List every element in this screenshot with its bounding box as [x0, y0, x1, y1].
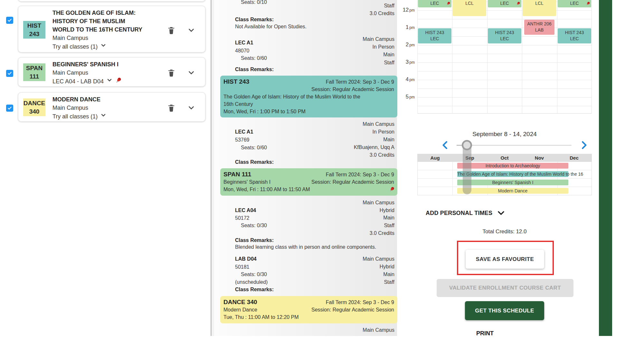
course-title-line: The Golden Age of Islam: History of the …	[223, 93, 394, 100]
campus-value: Main Campus	[363, 327, 394, 333]
time-label: 2pm	[399, 42, 415, 48]
course-list-scrollbar[interactable]	[210, 0, 212, 336]
section-name: LEC A04	[235, 207, 256, 214]
credits-value: 3.0 Credits	[370, 10, 394, 17]
course-code: HIST 243	[223, 78, 249, 85]
room-value: Main	[383, 271, 394, 278]
mode-value: Hybrid	[380, 207, 394, 214]
event-hist243-lec[interactable]: HIST 243LEC	[418, 28, 451, 43]
room-value: Main	[383, 136, 394, 143]
pinned-icon	[446, 1, 450, 7]
campus-value: Main Campus	[363, 121, 394, 127]
save-as-favourite-button[interactable]: SAVE AS FAVOURITE	[466, 250, 544, 269]
seats-value: Seats: 0/60	[241, 144, 267, 151]
course-card-span111: SPAN 111 BEGINNERS' SPANISH I Main Campu…	[18, 57, 205, 87]
instructor-value: Staff	[384, 60, 394, 66]
section-id: 53769	[235, 137, 250, 143]
previous-week-icon[interactable]	[440, 140, 450, 150]
class-selection-row[interactable]: Try all classes (1)	[52, 112, 205, 121]
event-span111-lec[interactable]: SPAN 111LEC	[558, 0, 591, 7]
section-id: 48070	[235, 48, 250, 54]
course-checkbox-hist243[interactable]	[6, 17, 13, 24]
class-remarks-text: Blended learning class with in person an…	[235, 244, 376, 250]
instructor-value: Staff	[384, 279, 394, 285]
pinned-icon[interactable]	[115, 77, 122, 86]
validate-enrollment-cart-button[interactable]: VALIDATE ENROLLMENT COURSE CART	[437, 279, 573, 297]
instructor-value: Staff	[384, 3, 394, 9]
delete-course-icon[interactable]	[167, 69, 175, 77]
expand-course-icon[interactable]	[187, 26, 195, 34]
seats-value: Seats: 0/30	[241, 222, 267, 229]
event-hist243-lec[interactable]: HIST 243LEC	[488, 28, 521, 43]
class-remarks-label: Class Remarks:	[235, 16, 274, 23]
add-personal-times-toggle[interactable]: ADD PERSONAL TIMES	[426, 210, 505, 217]
class-selection-row[interactable]: LEC A04 - LAB D04	[52, 77, 205, 86]
class-selection-row[interactable]: Try all classes (1)	[52, 42, 205, 51]
course-campus: Main Campus	[52, 104, 205, 112]
class-selection-label: LEC A04 - LAB D04	[52, 77, 104, 86]
meeting-time: Mon, Wed, Fri : 11:00 AM to 11:50 AM	[223, 186, 394, 193]
term-label: Fall Term 2024: Sep 3 - Dec 9	[326, 171, 394, 178]
instructor-value: Staff	[384, 222, 394, 229]
event-anthr206-lab[interactable]: ANTHR 206LAB	[524, 20, 554, 35]
event-span111-lec[interactable]: SPAN 111LEC	[418, 0, 451, 7]
course-list-panel: HIST 243 THE GOLDEN AGE OF ISLAM: HISTOR…	[0, 0, 210, 336]
schedule-panel: 12pm 1pm 2pm 3pm 4pm 5pm SPAN 111LEC SPA…	[399, 0, 599, 336]
course-checkbox-dance340[interactable]	[6, 105, 13, 112]
term-label: Fall Term 2024: Sep 3 - Dec 9	[326, 299, 394, 306]
unscheduled-note: (unscheduled)	[235, 279, 268, 285]
course-checkbox-span111[interactable]	[6, 70, 13, 77]
event-dance340-lcl[interactable]: DANCE 340LCL	[523, 0, 556, 16]
course-code-line: DANCE	[23, 99, 45, 107]
schedule-builder-app: HIST 243 THE GOLDEN AGE OF ISLAM: HISTOR…	[0, 0, 644, 362]
event-span111-lec[interactable]: SPAN 111LEC	[488, 0, 521, 7]
course-summary-hist243[interactable]: HIST 243 Fall Term 2024: Sep 3 - Dec 9 S…	[220, 76, 397, 117]
course-card-hist243: HIST 243 THE GOLDEN AGE OF ISLAM: HISTOR…	[18, 6, 205, 52]
course-code-line: 111	[23, 72, 45, 81]
class-remarks-label: Class Remarks:	[235, 237, 274, 244]
course-code-line: SPAN	[23, 64, 45, 72]
expand-course-icon[interactable]	[187, 69, 195, 77]
chevron-down-icon[interactable]	[100, 112, 107, 121]
room-value: Main	[383, 215, 394, 221]
section-name: LAB D04	[235, 256, 257, 262]
time-label: 12pm	[399, 7, 415, 13]
event-dance340-lcl[interactable]: DANCE 340LCL	[453, 0, 486, 16]
print-button[interactable]: PRINT	[476, 330, 494, 337]
pinned-icon	[389, 186, 395, 194]
week-slider-knob[interactable]	[462, 140, 472, 150]
session-label: Session: Regular Academic Session	[311, 306, 394, 313]
course-title: MODERN DANCE	[52, 95, 205, 104]
week-range-title: September 8 - 14, 2024	[417, 131, 592, 138]
section-name: LEC A1	[235, 40, 253, 46]
section-id: 50172	[235, 215, 250, 221]
course-title: BEGINNERS' SPANISH I	[52, 60, 205, 69]
session-label: Session: Regular Academic Session	[311, 178, 394, 186]
expand-course-icon[interactable]	[187, 104, 195, 112]
credits-value: 3.0 Credits	[370, 230, 394, 237]
event-hist243-lec[interactable]: HIST 243LEC	[558, 28, 591, 43]
page-side-accent-bar	[599, 0, 612, 336]
mode-value: Hybrid	[380, 264, 394, 270]
month-label: Dec	[557, 154, 592, 162]
delete-course-icon[interactable]	[167, 26, 175, 34]
seats-value: Seats: 0/60	[241, 55, 267, 61]
delete-course-icon[interactable]	[167, 104, 175, 112]
chevron-down-icon[interactable]	[106, 77, 113, 86]
chevron-down-icon[interactable]	[100, 42, 107, 51]
course-summary-span111[interactable]: SPAN 111 Fall Term 2024: Sep 3 - Dec 9 B…	[220, 168, 397, 196]
class-remarks-text: Not Available for Open Studies.	[235, 23, 307, 30]
course-badge: SPAN 111	[23, 63, 45, 81]
course-title-line: 16th Century	[223, 100, 394, 108]
course-title: HISTORY OF THE MUSLIM	[52, 17, 205, 25]
month-header-row: Aug Sep Oct Nov Dec	[418, 154, 592, 162]
class-details-panel: Seats: 0/10 Staff 3.0 Credits Class Rema…	[213, 0, 397, 336]
course-summary-dance340[interactable]: DANCE 340 Fall Term 2024: Sep 3 - Dec 9 …	[220, 296, 397, 323]
section-name: LEC A1	[235, 129, 253, 135]
next-week-icon[interactable]	[579, 140, 589, 150]
class-remarks-label: Class Remarks:	[235, 286, 274, 293]
course-title-line: Beginners' Spanish I	[223, 178, 270, 186]
week-slider-track[interactable]	[457, 145, 572, 146]
get-this-schedule-button[interactable]: GET THIS SCHEDULE	[465, 301, 544, 320]
month-label: Oct	[487, 154, 522, 162]
